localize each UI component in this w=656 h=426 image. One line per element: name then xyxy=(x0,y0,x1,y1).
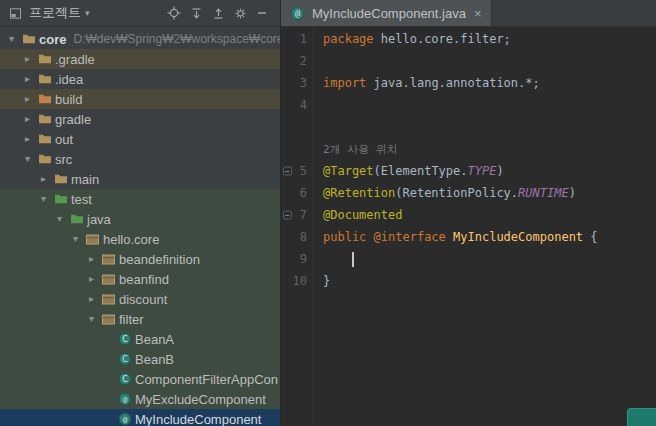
code-line-text[interactable]: @Target(ElementType.TYPE) xyxy=(323,164,504,178)
tree-item-beanfind[interactable]: ▸beanfind xyxy=(0,269,280,289)
fold-marker-icon[interactable]: − xyxy=(283,167,292,176)
folder-test-icon xyxy=(67,213,86,225)
editor-area[interactable]: @ MyIncludeComponent.java × 1package hel… xyxy=(281,0,656,426)
code-line: 1package hello.core.filter; xyxy=(281,28,656,50)
line-number[interactable]: 10 xyxy=(281,274,313,288)
code-line-text[interactable]: package hello.core.filter; xyxy=(323,32,511,46)
tree-item-beana[interactable]: CBeanA xyxy=(0,329,280,349)
editor-tab[interactable]: @ MyIncludeComponent.java × xyxy=(281,0,492,26)
chevron-right-icon[interactable]: ▸ xyxy=(20,89,35,109)
tree-item-main[interactable]: ▸main xyxy=(0,169,280,189)
tree-item-java[interactable]: ▾java xyxy=(0,209,280,229)
code-line: −7@Documented xyxy=(281,204,656,226)
code-line-text[interactable]: } xyxy=(323,274,330,288)
class-icon: C xyxy=(115,372,134,386)
code-token: package xyxy=(323,32,381,46)
chevron-down-icon[interactable]: ▾ xyxy=(52,209,67,229)
tree-item-label: src xyxy=(55,152,72,167)
locate-icon[interactable] xyxy=(166,5,182,21)
chevron-down-icon[interactable]: ▾ xyxy=(4,29,19,49)
code-line-text[interactable]: @Retention(RetentionPolicy.RUNTIME) xyxy=(323,186,576,200)
annotation-file-icon: @ xyxy=(290,6,305,21)
tree-item-filter[interactable]: ▾filter xyxy=(0,309,280,329)
code-line: 8public @interface MyIncludeComponent { xyxy=(281,226,656,248)
code-token: java.lang.annotation.*; xyxy=(374,76,540,90)
tree-item-test[interactable]: ▾test xyxy=(0,189,280,209)
tree-item-label: java xyxy=(87,212,111,227)
code-line-text[interactable]: import java.lang.annotation.*; xyxy=(323,76,540,90)
chevron-right-icon[interactable]: ▸ xyxy=(20,69,35,89)
chevron-down-icon[interactable]: ▾ xyxy=(68,229,83,249)
svg-text:@: @ xyxy=(122,415,127,424)
line-number[interactable]: 4 xyxy=(281,98,313,112)
code-line-text[interactable]: public @interface MyIncludeComponent { xyxy=(323,230,598,244)
folder-icon xyxy=(51,173,70,185)
tree-item-beandefinition[interactable]: ▸beandefinition xyxy=(0,249,280,269)
code-token: hello.core.filter; xyxy=(381,32,511,46)
code-editor[interactable]: 1package hello.core.filter;23import java… xyxy=(281,27,656,426)
tree-item-out[interactable]: ▸out xyxy=(0,129,280,149)
tree-item-hello-core[interactable]: ▾hello.core xyxy=(0,229,280,249)
settings-gear-icon[interactable] xyxy=(232,5,248,21)
tree-item-beanb[interactable]: CBeanB xyxy=(0,349,280,369)
editor-tab-bar: @ MyIncludeComponent.java × xyxy=(281,0,656,27)
code-token: RUNTIME xyxy=(518,186,569,200)
chevron-right-icon[interactable]: ▸ xyxy=(84,249,99,269)
code-token: public @interface xyxy=(323,230,453,244)
usages-inlay-hint[interactable]: 2개 사용 위치 xyxy=(323,142,398,157)
tree-item--gradle[interactable]: ▸.gradle xyxy=(0,49,280,69)
line-number[interactable]: 6 xyxy=(281,186,313,200)
code-line-text[interactable]: @Documented xyxy=(323,208,402,222)
tree-item-build[interactable]: ▸build xyxy=(0,89,280,109)
code-token: ) xyxy=(496,164,503,178)
svg-text:C: C xyxy=(122,335,128,344)
line-number[interactable]: −5 xyxy=(281,164,313,178)
tree-item-discount[interactable]: ▸discount xyxy=(0,289,280,309)
tree-item-src[interactable]: ▾src xyxy=(0,149,280,169)
collapse-all-icon[interactable] xyxy=(210,5,226,21)
tree-item-core[interactable]: ▾coreD:₩dev₩Spring₩2₩workspace₩core xyxy=(0,29,280,49)
code-token: TYPE xyxy=(468,164,497,178)
tree-item-label: MyIncludeComponent xyxy=(135,412,261,426)
chevron-right-icon[interactable]: ▸ xyxy=(20,109,35,129)
line-number[interactable]: 2 xyxy=(281,54,313,68)
code-line: −5@Target(ElementType.TYPE) xyxy=(281,160,656,182)
tree-item-label: main xyxy=(71,172,99,187)
line-number[interactable]: 3 xyxy=(281,76,313,90)
tab-close-icon[interactable]: × xyxy=(474,7,482,20)
tree-item-label: out xyxy=(55,132,73,147)
hide-icon[interactable] xyxy=(254,5,270,21)
corner-widget xyxy=(627,408,656,426)
tree-item-componentfilterappcon[interactable]: CComponentFilterAppCon xyxy=(0,369,280,389)
svg-text:C: C xyxy=(122,375,128,384)
code-line-text[interactable] xyxy=(323,252,354,267)
chevron-right-icon[interactable]: ▸ xyxy=(20,49,35,69)
tree-item-myincludecomponent[interactable]: @MyIncludeComponent xyxy=(0,409,280,426)
tree-item-gradle[interactable]: ▸gradle xyxy=(0,109,280,129)
tree-item-label: beandefinition xyxy=(119,252,200,267)
line-number[interactable]: 1 xyxy=(281,32,313,46)
code-token: { xyxy=(583,230,597,244)
folder-icon xyxy=(35,153,54,165)
chevron-right-icon[interactable]: ▸ xyxy=(84,269,99,289)
tree-item-myexcludecomponent[interactable]: @MyExcludeComponent xyxy=(0,389,280,409)
code-token: } xyxy=(323,274,330,288)
chevron-down-icon[interactable]: ▾ xyxy=(20,149,35,169)
tree-item-label: BeanB xyxy=(135,352,174,367)
chevron-right-icon[interactable]: ▸ xyxy=(20,129,35,149)
chevron-right-icon[interactable]: ▸ xyxy=(36,169,51,189)
chevron-right-icon[interactable]: ▸ xyxy=(84,289,99,309)
tree-item-label: hello.core xyxy=(103,232,159,247)
text-caret xyxy=(352,252,354,267)
fold-marker-icon[interactable]: − xyxy=(283,211,292,220)
chevron-down-icon[interactable]: ▾ xyxy=(36,189,51,209)
chevron-down-icon[interactable]: ▾ xyxy=(85,8,90,18)
line-number[interactable]: 9 xyxy=(281,252,313,266)
project-panel-header: 프로젝트 ▾ xyxy=(0,0,280,27)
line-number[interactable]: −7 xyxy=(281,208,313,222)
expand-all-icon[interactable] xyxy=(188,5,204,21)
tree-item--idea[interactable]: ▸.idea xyxy=(0,69,280,89)
code-token: (RetentionPolicy. xyxy=(395,186,518,200)
chevron-down-icon[interactable]: ▾ xyxy=(84,309,99,329)
line-number[interactable]: 8 xyxy=(281,230,313,244)
